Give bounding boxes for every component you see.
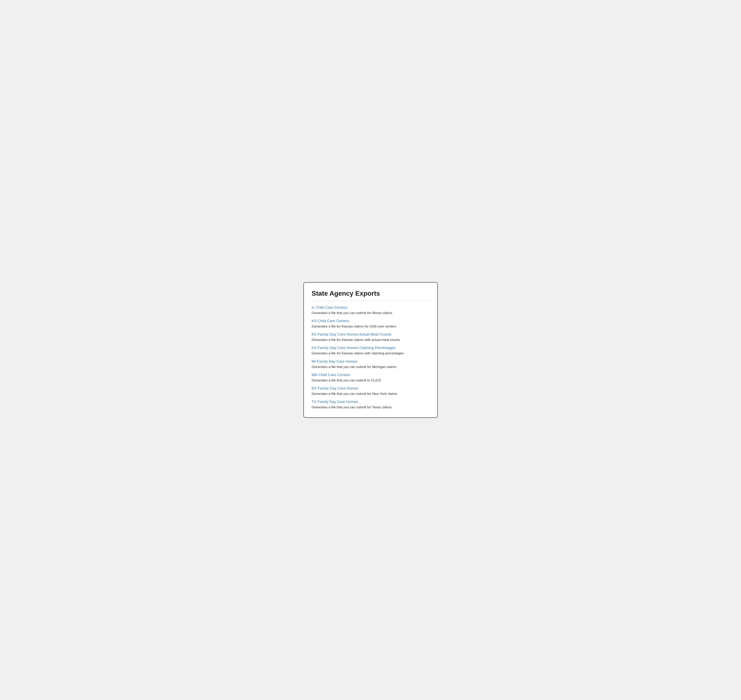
export-desc-il-child-care-centers: Generates a file that you can submit for… [312,310,430,315]
export-link-il-child-care-centers[interactable]: IL Child Care Centers [312,305,430,310]
export-desc-tx-family-day-care-homes: Generates a file that you can submit for… [312,405,430,409]
export-item-tx-family-day-care-homes: TX Family Day Care HomesGenerates a file… [312,400,430,409]
state-agency-exports-card: State Agency Exports IL Child Care Cente… [304,282,438,418]
export-item-ks-family-day-care-homes-actual: KS Family Day Care Homes Actual Meal Cou… [312,332,430,342]
export-item-il-child-care-centers: IL Child Care CentersGenerates a file th… [312,305,430,315]
export-list: IL Child Care CentersGenerates a file th… [312,305,430,410]
export-item-ks-family-day-care-homes-claiming: KS Family Day Care Homes Claiming Percen… [312,346,430,356]
export-item-ks-child-care-centers: KS Child Care CentersGenerates a file fo… [312,319,430,329]
export-link-mi-family-day-care-homes[interactable]: MI Family Day Care Homes [312,359,430,364]
export-link-ks-family-day-care-homes-claiming[interactable]: KS Family Day Care Homes Claiming Percen… [312,346,430,350]
export-link-ks-child-care-centers[interactable]: KS Child Care Centers [312,319,430,323]
export-desc-ks-family-day-care-homes-actual: Generates a file for Kansas claims with … [312,337,430,342]
export-desc-ny-family-day-care-homes: Generates a file that you can submit for… [312,391,430,396]
export-item-ny-family-day-care-homes: NY Family Day Care HomesGenerates a file… [312,386,430,396]
export-link-mn-child-care-centers[interactable]: MN Child Care Centers [312,373,430,377]
export-desc-mi-family-day-care-homes: Generates a file that you can submit for… [312,365,430,369]
export-desc-mn-child-care-centers: Generates a file that you can submit to … [312,378,430,382]
page-title: State Agency Exports [312,290,430,297]
export-link-ks-family-day-care-homes-actual[interactable]: KS Family Day Care Homes Actual Meal Cou… [312,332,430,337]
export-link-tx-family-day-care-homes[interactable]: TX Family Day Care Homes [312,400,430,404]
title-divider [312,301,430,301]
export-desc-ks-child-care-centers: Generates a file for Kansas claims for c… [312,324,430,329]
export-link-ny-family-day-care-homes[interactable]: NY Family Day Care Homes [312,386,430,391]
export-desc-ks-family-day-care-homes-claiming: Generates a file for Kansas claims with … [312,351,430,356]
export-item-mi-family-day-care-homes: MI Family Day Care HomesGenerates a file… [312,359,430,369]
export-item-mn-child-care-centers: MN Child Care CentersGenerates a file th… [312,373,430,382]
